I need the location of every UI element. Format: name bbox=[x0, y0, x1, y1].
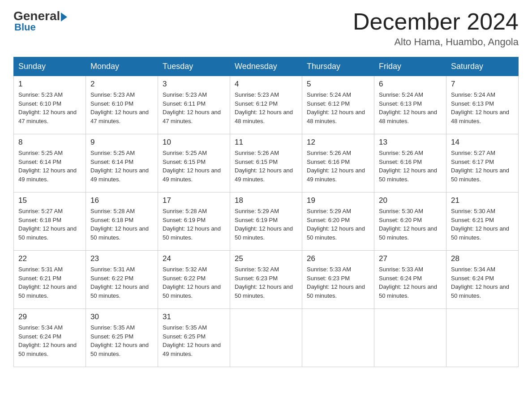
calendar-cell: 10 Sunrise: 5:25 AM Sunset: 6:15 PM Dayl… bbox=[158, 134, 230, 193]
calendar-cell: 4 Sunrise: 5:23 AM Sunset: 6:12 PM Dayli… bbox=[230, 76, 302, 134]
day-number: 13 bbox=[379, 138, 442, 147]
day-number: 9 bbox=[90, 138, 153, 147]
day-number: 23 bbox=[90, 254, 153, 263]
day-number: 26 bbox=[307, 254, 369, 263]
logo: General Blue bbox=[13, 9, 68, 33]
day-info: Sunrise: 5:27 AM Sunset: 6:17 PM Dayligh… bbox=[451, 149, 514, 184]
day-info: Sunrise: 5:31 AM Sunset: 6:21 PM Dayligh… bbox=[18, 265, 81, 300]
day-number: 14 bbox=[451, 138, 514, 147]
day-number: 24 bbox=[163, 254, 225, 263]
calendar-cell: 22 Sunrise: 5:31 AM Sunset: 6:21 PM Dayl… bbox=[14, 251, 86, 309]
day-number: 18 bbox=[235, 196, 297, 205]
page-header: General Blue December 2024 Alto Hama, Hu… bbox=[13, 9, 519, 48]
day-info: Sunrise: 5:24 AM Sunset: 6:13 PM Dayligh… bbox=[451, 90, 514, 125]
day-info: Sunrise: 5:28 AM Sunset: 6:18 PM Dayligh… bbox=[90, 207, 153, 242]
day-number: 2 bbox=[90, 80, 153, 89]
day-number: 12 bbox=[307, 138, 369, 147]
day-info: Sunrise: 5:30 AM Sunset: 6:20 PM Dayligh… bbox=[379, 207, 442, 242]
day-info: Sunrise: 5:27 AM Sunset: 6:18 PM Dayligh… bbox=[18, 207, 81, 242]
weekday-header-friday: Friday bbox=[374, 57, 446, 76]
day-info: Sunrise: 5:35 AM Sunset: 6:25 PM Dayligh… bbox=[163, 323, 225, 358]
day-number: 31 bbox=[163, 313, 225, 321]
day-info: Sunrise: 5:23 AM Sunset: 6:10 PM Dayligh… bbox=[90, 90, 153, 125]
weekday-header-row: SundayMondayTuesdayWednesdayThursdayFrid… bbox=[14, 57, 519, 76]
calendar-cell: 15 Sunrise: 5:27 AM Sunset: 6:18 PM Dayl… bbox=[14, 193, 86, 251]
calendar-cell: 3 Sunrise: 5:23 AM Sunset: 6:11 PM Dayli… bbox=[158, 76, 230, 134]
calendar-cell: 23 Sunrise: 5:31 AM Sunset: 6:22 PM Dayl… bbox=[86, 251, 158, 309]
title-area: December 2024 Alto Hama, Huambo, Angola bbox=[353, 9, 519, 48]
day-info: Sunrise: 5:23 AM Sunset: 6:10 PM Dayligh… bbox=[18, 90, 81, 125]
weekday-header-wednesday: Wednesday bbox=[230, 57, 302, 76]
week-row-4: 22 Sunrise: 5:31 AM Sunset: 6:21 PM Dayl… bbox=[14, 251, 519, 309]
weekday-header-sunday: Sunday bbox=[14, 57, 86, 76]
week-row-1: 1 Sunrise: 5:23 AM Sunset: 6:10 PM Dayli… bbox=[14, 76, 519, 134]
week-row-2: 8 Sunrise: 5:25 AM Sunset: 6:14 PM Dayli… bbox=[14, 134, 519, 193]
day-info: Sunrise: 5:34 AM Sunset: 6:24 PM Dayligh… bbox=[451, 265, 514, 300]
day-info: Sunrise: 5:23 AM Sunset: 6:12 PM Dayligh… bbox=[235, 90, 297, 125]
logo-blue-text: Blue bbox=[14, 21, 36, 33]
day-info: Sunrise: 5:24 AM Sunset: 6:12 PM Dayligh… bbox=[307, 90, 369, 125]
calendar-cell: 9 Sunrise: 5:25 AM Sunset: 6:14 PM Dayli… bbox=[86, 134, 158, 193]
day-info: Sunrise: 5:32 AM Sunset: 6:23 PM Dayligh… bbox=[235, 265, 297, 300]
location-subtitle: Alto Hama, Huambo, Angola bbox=[353, 36, 519, 48]
calendar-cell: 6 Sunrise: 5:24 AM Sunset: 6:13 PM Dayli… bbox=[374, 76, 446, 134]
day-number: 25 bbox=[235, 254, 297, 263]
calendar-cell: 24 Sunrise: 5:32 AM Sunset: 6:22 PM Dayl… bbox=[158, 251, 230, 309]
calendar-cell bbox=[302, 309, 374, 367]
calendar-cell: 18 Sunrise: 5:29 AM Sunset: 6:19 PM Dayl… bbox=[230, 193, 302, 251]
weekday-header-thursday: Thursday bbox=[302, 57, 374, 76]
logo-flag-icon bbox=[61, 13, 67, 21]
day-number: 29 bbox=[18, 313, 81, 321]
day-number: 21 bbox=[451, 196, 514, 205]
day-info: Sunrise: 5:30 AM Sunset: 6:21 PM Dayligh… bbox=[451, 207, 514, 242]
day-number: 16 bbox=[90, 196, 153, 205]
calendar-cell: 2 Sunrise: 5:23 AM Sunset: 6:10 PM Dayli… bbox=[86, 76, 158, 134]
day-number: 10 bbox=[163, 138, 225, 147]
calendar-cell: 5 Sunrise: 5:24 AM Sunset: 6:12 PM Dayli… bbox=[302, 76, 374, 134]
calendar-table: SundayMondayTuesdayWednesdayThursdayFrid… bbox=[13, 57, 519, 367]
day-info: Sunrise: 5:23 AM Sunset: 6:11 PM Dayligh… bbox=[163, 90, 225, 125]
day-number: 3 bbox=[163, 80, 225, 89]
calendar-cell: 27 Sunrise: 5:33 AM Sunset: 6:24 PM Dayl… bbox=[374, 251, 446, 309]
calendar-cell bbox=[446, 309, 519, 367]
day-number: 22 bbox=[18, 254, 81, 263]
calendar-cell: 29 Sunrise: 5:34 AM Sunset: 6:24 PM Dayl… bbox=[14, 309, 86, 367]
day-number: 6 bbox=[379, 80, 442, 89]
calendar-cell: 19 Sunrise: 5:29 AM Sunset: 6:20 PM Dayl… bbox=[302, 193, 374, 251]
day-info: Sunrise: 5:33 AM Sunset: 6:24 PM Dayligh… bbox=[379, 265, 442, 300]
calendar-cell: 31 Sunrise: 5:35 AM Sunset: 6:25 PM Dayl… bbox=[158, 309, 230, 367]
day-number: 17 bbox=[163, 196, 225, 205]
calendar-cell: 8 Sunrise: 5:25 AM Sunset: 6:14 PM Dayli… bbox=[14, 134, 86, 193]
day-info: Sunrise: 5:26 AM Sunset: 6:15 PM Dayligh… bbox=[235, 149, 297, 184]
day-info: Sunrise: 5:29 AM Sunset: 6:19 PM Dayligh… bbox=[235, 207, 297, 242]
day-number: 15 bbox=[18, 196, 81, 205]
calendar-cell bbox=[230, 309, 302, 367]
day-info: Sunrise: 5:26 AM Sunset: 6:16 PM Dayligh… bbox=[379, 149, 442, 184]
weekday-header-monday: Monday bbox=[86, 57, 158, 76]
calendar-cell: 17 Sunrise: 5:28 AM Sunset: 6:19 PM Dayl… bbox=[158, 193, 230, 251]
day-info: Sunrise: 5:34 AM Sunset: 6:24 PM Dayligh… bbox=[18, 323, 81, 358]
day-info: Sunrise: 5:29 AM Sunset: 6:20 PM Dayligh… bbox=[307, 207, 369, 242]
day-number: 19 bbox=[307, 196, 369, 205]
weekday-header-saturday: Saturday bbox=[446, 57, 519, 76]
day-number: 11 bbox=[235, 138, 297, 147]
calendar-cell: 1 Sunrise: 5:23 AM Sunset: 6:10 PM Dayli… bbox=[14, 76, 86, 134]
calendar-cell: 25 Sunrise: 5:32 AM Sunset: 6:23 PM Dayl… bbox=[230, 251, 302, 309]
day-info: Sunrise: 5:25 AM Sunset: 6:14 PM Dayligh… bbox=[18, 149, 81, 184]
calendar-cell: 30 Sunrise: 5:35 AM Sunset: 6:25 PM Dayl… bbox=[86, 309, 158, 367]
day-number: 4 bbox=[235, 80, 297, 89]
week-row-5: 29 Sunrise: 5:34 AM Sunset: 6:24 PM Dayl… bbox=[14, 309, 519, 367]
day-number: 20 bbox=[379, 196, 442, 205]
calendar-cell: 20 Sunrise: 5:30 AM Sunset: 6:20 PM Dayl… bbox=[374, 193, 446, 251]
calendar-cell: 26 Sunrise: 5:33 AM Sunset: 6:23 PM Dayl… bbox=[302, 251, 374, 309]
day-info: Sunrise: 5:26 AM Sunset: 6:16 PM Dayligh… bbox=[307, 149, 369, 184]
calendar-cell: 14 Sunrise: 5:27 AM Sunset: 6:17 PM Dayl… bbox=[446, 134, 519, 193]
day-number: 8 bbox=[18, 138, 81, 147]
month-title: December 2024 bbox=[353, 9, 519, 34]
day-info: Sunrise: 5:25 AM Sunset: 6:14 PM Dayligh… bbox=[90, 149, 153, 184]
day-number: 28 bbox=[451, 254, 514, 263]
day-info: Sunrise: 5:35 AM Sunset: 6:25 PM Dayligh… bbox=[90, 323, 153, 358]
day-number: 7 bbox=[451, 80, 514, 89]
week-row-3: 15 Sunrise: 5:27 AM Sunset: 6:18 PM Dayl… bbox=[14, 193, 519, 251]
day-info: Sunrise: 5:28 AM Sunset: 6:19 PM Dayligh… bbox=[163, 207, 225, 242]
